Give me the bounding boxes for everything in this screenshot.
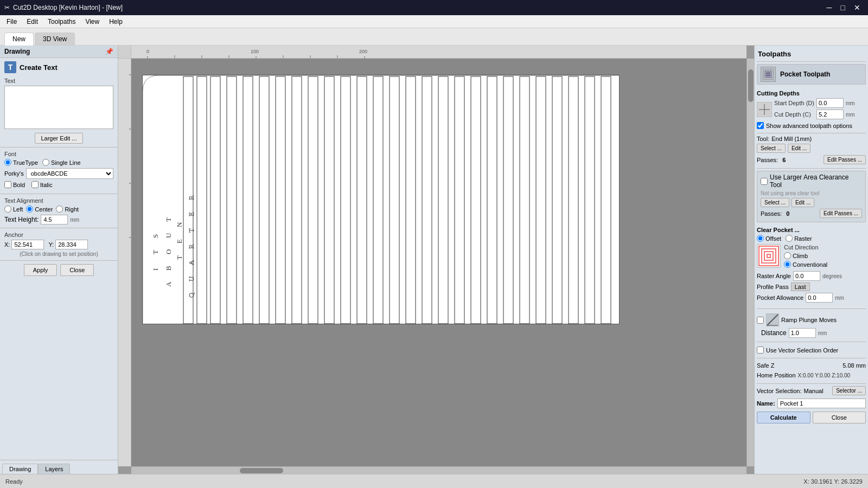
alignment-section: Text Alignment Left Center Right Text He… [0, 194, 118, 228]
menu-toolpaths[interactable]: Toolpaths [43, 17, 80, 27]
selector-button[interactable]: Selector ... [832, 386, 866, 395]
singleline-radio-label[interactable]: Single Line [42, 159, 80, 166]
ramp-checkbox[interactable] [757, 317, 764, 324]
start-depth-input[interactable] [816, 98, 844, 108]
raster-angle-input[interactable] [793, 271, 820, 281]
horizontal-scrollbar[interactable] [131, 466, 746, 474]
larger-edit-button[interactable]: Larger Edit ... [35, 133, 82, 144]
truetype-radio-label[interactable]: TrueType [4, 159, 38, 166]
italic-checkbox-label[interactable]: Italic [31, 181, 53, 188]
name-input[interactable] [777, 399, 866, 408]
bold-checkbox-label[interactable]: Bold [4, 181, 25, 188]
align-left-radio[interactable] [4, 206, 11, 213]
vertical-scroll-thumb[interactable] [748, 69, 754, 102]
cutting-depths-header: Cutting Depths [757, 90, 866, 97]
ramp-section: Ramp Plunge Moves [757, 313, 866, 326]
drawing-panel-title: Drawing [4, 48, 30, 55]
climb-radio-label[interactable]: Climb [784, 252, 827, 259]
align-left-label[interactable]: Left [4, 206, 23, 213]
font-select[interactable]: obcdeABCDE [26, 168, 113, 179]
depths-fields: Start Depth (D) mm Cut Depth (C) mm [774, 98, 855, 121]
climb-radio[interactable] [784, 252, 791, 259]
raster-radio[interactable] [786, 235, 793, 242]
bold-checkbox[interactable] [4, 181, 11, 188]
menu-edit[interactable]: Edit [22, 17, 42, 27]
passes-row: Passes: 6 Edit Passes ... [757, 155, 866, 164]
close-window-button[interactable]: ✕ [851, 2, 864, 13]
show-advanced-checkbox[interactable] [757, 122, 764, 129]
truetype-radio[interactable] [4, 159, 11, 166]
close-toolpath-button[interactable]: Close [813, 412, 866, 423]
svg-text:O: O [164, 249, 173, 254]
larger-area-edit-button[interactable]: Edit ... [792, 198, 814, 207]
y-input[interactable] [55, 240, 88, 249]
svg-text:T: T [164, 217, 173, 222]
raster-radio-label[interactable]: Raster [786, 235, 812, 242]
menu-file[interactable]: File [2, 17, 21, 27]
svg-text:R: R [187, 244, 195, 249]
svg-rect-17 [197, 76, 207, 324]
horizontal-scroll-thumb[interactable] [240, 468, 283, 473]
font-label: Font [4, 151, 113, 157]
create-text-section: T Create Text Text Larger Edit ... [0, 58, 118, 147]
bottom-tabs: Drawing Layers [0, 460, 118, 474]
vertical-scrollbar[interactable] [746, 59, 754, 466]
left-panel-header: Drawing 📌 [0, 46, 118, 58]
tool-select-button[interactable]: Select ... [757, 144, 786, 153]
raster-angle-label: Raster Angle [757, 273, 791, 279]
svg-text:T: T [151, 250, 159, 254]
larger-area-checkbox[interactable] [761, 178, 768, 185]
larger-area-edit-passes-button[interactable]: Edit Passes ... [820, 209, 862, 218]
minimize-button[interactable]: ─ [824, 2, 835, 13]
conventional-radio[interactable] [784, 261, 791, 268]
italic-checkbox[interactable] [31, 181, 39, 188]
distance-unit: mm [818, 330, 827, 336]
height-label: Text Height: [4, 216, 39, 223]
vector-selection-row: Vector Selection: Manual Selector ... [757, 383, 866, 395]
align-right-radio[interactable] [56, 206, 63, 213]
tab-layers[interactable]: Layers [38, 464, 70, 474]
edit-passes-button[interactable]: Edit Passes ... [824, 155, 866, 164]
svg-rect-18 [210, 76, 220, 324]
calculate-button[interactable]: Calculate [757, 412, 810, 423]
text-input[interactable] [4, 86, 113, 129]
apply-button[interactable]: Apply [24, 264, 58, 276]
align-center-radio[interactable] [26, 206, 33, 213]
larger-area-select-button[interactable]: Select ... [761, 198, 789, 207]
title-bar: ✂ Cut2D Desktop [Kevin Harton] - [New] ─… [0, 0, 868, 15]
distance-input[interactable] [789, 328, 816, 338]
cut-depth-input[interactable] [816, 110, 844, 119]
canvas-content[interactable]: I T S A B O U T T E N Q U A [131, 59, 746, 466]
cutting-depths-icon-row: Start Depth (D) mm Cut Depth (C) mm [757, 98, 866, 121]
offset-radio[interactable] [757, 235, 764, 242]
x-input[interactable] [11, 240, 44, 249]
svg-rect-29 [390, 76, 399, 324]
tab-3d-view[interactable]: 3D View [35, 33, 75, 45]
tool-edit-button[interactable]: Edit ... [788, 144, 810, 153]
height-input[interactable] [41, 215, 68, 224]
align-center-label[interactable]: Center [26, 206, 53, 213]
maximize-button[interactable]: □ [838, 2, 848, 13]
svg-rect-40 [569, 76, 578, 324]
toolpaths-header: Toolpaths [757, 48, 866, 62]
panel-close-button[interactable]: Close [60, 264, 94, 276]
raster-angle-unit: degrees [822, 273, 842, 279]
vector-order-checkbox[interactable] [757, 346, 764, 354]
profile-pass-row: Profile Pass Last [757, 282, 866, 291]
conventional-radio-label[interactable]: Conventional [784, 261, 827, 268]
distance-label: Distance [761, 329, 787, 337]
menu-view[interactable]: View [81, 17, 104, 27]
alignment-label: Text Alignment [4, 197, 113, 204]
menu-help[interactable]: Help [105, 17, 127, 27]
svg-text:U: U [164, 233, 173, 238]
show-advanced-label: Show advanced toolpath options [766, 123, 852, 129]
align-right-label[interactable]: Right [56, 206, 79, 213]
allowance-input[interactable] [806, 293, 833, 303]
svg-text:Q: Q [187, 292, 195, 298]
anchor-section: Anchor X: Y: (Click on drawing to set po… [0, 228, 118, 261]
canvas-area[interactable]: 0 100 200 [118, 46, 754, 474]
tab-new[interactable]: New [4, 33, 34, 46]
tab-drawing[interactable]: Drawing [2, 464, 38, 474]
singleline-radio[interactable] [42, 159, 49, 166]
offset-radio-label[interactable]: Offset [757, 235, 781, 242]
